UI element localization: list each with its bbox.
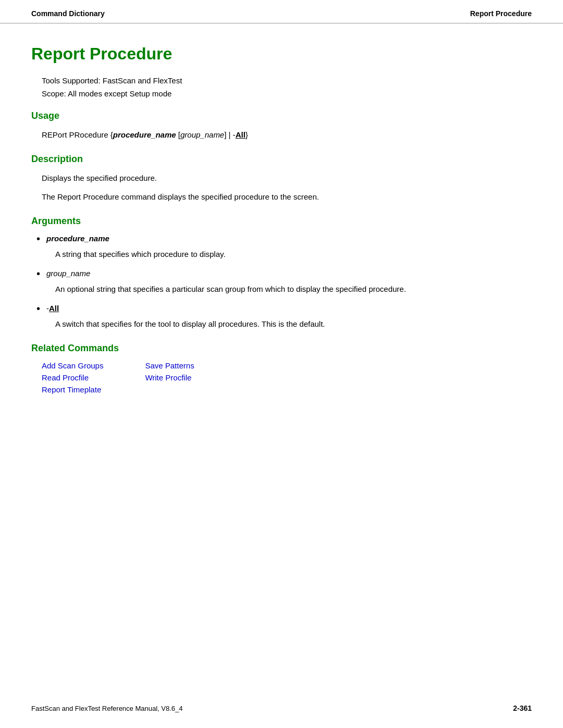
link-save-patterns[interactable]: Save Patterns	[145, 361, 194, 370]
page-container: Command Dictionary Report Procedure Repo…	[0, 0, 563, 728]
footer-left: FastScan and FlexTest Reference Manual, …	[31, 705, 183, 712]
usage-code: REPort PRocedure {procedure_name [group_…	[42, 129, 532, 141]
link-write-procfile[interactable]: Write Procfile	[145, 373, 194, 382]
bullet-row-1: • procedure_name	[36, 234, 532, 245]
intro-tools: Tools Supported: FastScan and FlexTest	[42, 76, 532, 85]
link-add-scan-groups[interactable]: Add Scan Groups	[42, 361, 103, 370]
argument-procedure-name: • procedure_name A string that specifies…	[36, 234, 532, 261]
usage-end: }	[246, 130, 248, 139]
arguments-section: Arguments • procedure_name A string that…	[31, 216, 532, 330]
description-heading: Description	[31, 154, 532, 165]
link-read-procfile[interactable]: Read Procfile	[42, 373, 103, 382]
bullet-3: •	[36, 303, 40, 315]
related-commands-section: Related Commands Add Scan Groups Read Pr…	[31, 343, 532, 394]
description-para2: The Report Procedure command displays th…	[42, 191, 532, 203]
arg-name-all: All	[49, 304, 59, 313]
usage-section: Usage REPort PRocedure {procedure_name […	[31, 110, 532, 141]
page-footer: FastScan and FlexTest Reference Manual, …	[31, 704, 532, 712]
arg-desc-procedure: A string that specifies which procedure …	[55, 248, 532, 261]
description-para1: Displays the specified procedure.	[42, 172, 532, 184]
usage-arg1: procedure_name	[113, 130, 176, 139]
arg-desc-all: A switch that specifies for the tool to …	[55, 318, 532, 330]
intro-section: Tools Supported: FastScan and FlexTest S…	[31, 76, 532, 98]
usage-prefix: REPort PRocedure {	[42, 130, 113, 139]
bullet-row-2: • group_name	[36, 269, 532, 280]
main-content: Report Procedure Tools Supported: FastSc…	[0, 23, 563, 425]
link-report-timeplate[interactable]: Report Timeplate	[42, 385, 103, 394]
argument-group-name: • group_name An optional string that spe…	[36, 269, 532, 295]
related-links-container: Add Scan Groups Read Procfile Report Tim…	[42, 361, 532, 394]
related-commands-heading: Related Commands	[31, 343, 532, 354]
usage-all: All	[236, 130, 246, 139]
usage-heading: Usage	[31, 110, 532, 121]
argument-all: • -All A switch that specifies for the t…	[36, 304, 532, 330]
description-section: Description Displays the specified proce…	[31, 154, 532, 203]
usage-arg2: group_name	[180, 130, 224, 139]
bullet-2: •	[36, 268, 40, 280]
page-header: Command Dictionary Report Procedure	[0, 0, 563, 23]
related-links-col1: Add Scan Groups Read Procfile Report Tim…	[42, 361, 103, 394]
intro-scope: Scope: All modes except Setup mode	[42, 89, 532, 98]
arg-name-procedure: procedure_name	[46, 234, 109, 243]
arg-name-group: group_name	[46, 269, 90, 278]
page-title: Report Procedure	[31, 44, 532, 64]
header-right: Report Procedure	[470, 9, 532, 18]
footer-right: 2-361	[513, 704, 532, 712]
usage-bracket-close: ] | -	[224, 130, 235, 139]
arguments-heading: Arguments	[31, 216, 532, 227]
bullet-1: •	[36, 233, 40, 245]
arg-desc-group: An optional string that specifies a part…	[55, 283, 532, 295]
related-links-col2: Save Patterns Write Procfile	[145, 361, 194, 394]
header-left: Command Dictionary	[31, 9, 105, 18]
usage-bracket-open: [	[176, 130, 180, 139]
bullet-row-3: • -All	[36, 304, 532, 315]
